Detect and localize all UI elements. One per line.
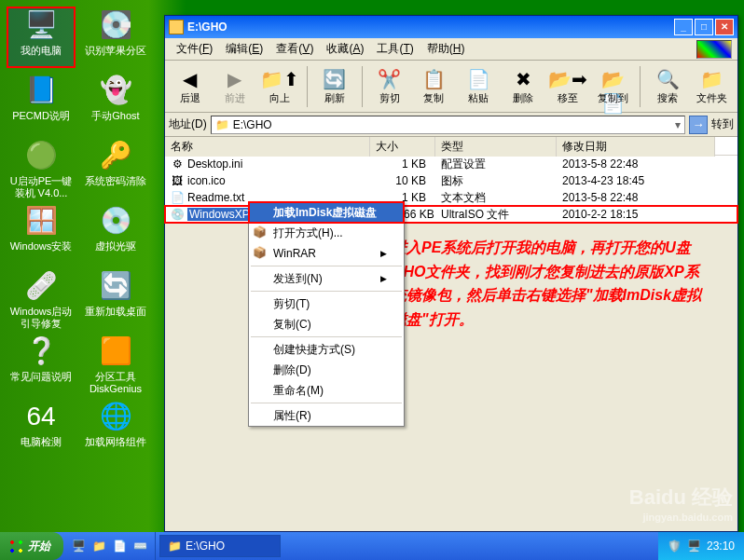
icon-label: PECMD说明 bbox=[12, 110, 70, 121]
desktop-icon-Windows安装[interactable]: 🪟Windows安装 bbox=[7, 203, 75, 263]
submenu-arrow-icon: ▶ bbox=[380, 274, 387, 283]
menu-E[interactable]: 编辑(E) bbox=[220, 39, 269, 59]
desktop-icon-常见问题说明[interactable]: ❔常见问题说明 bbox=[7, 334, 75, 393]
title-bar[interactable]: E:\GHO _ □ ✕ bbox=[165, 16, 737, 38]
desktop-icon-识别苹果分区[interactable]: 💽识别苹果分区 bbox=[82, 7, 149, 67]
go-button[interactable]: → bbox=[689, 116, 708, 134]
toolbar-移至[interactable]: 📂➡移至 bbox=[546, 63, 589, 110]
desktop-icon-系统密码清除[interactable]: 🔑系统密码清除 bbox=[82, 138, 149, 198]
toolbar-后退[interactable]: ◀后退 bbox=[169, 63, 212, 110]
icon-glyph: 📘 bbox=[21, 73, 62, 108]
file-icon: 🖼 bbox=[171, 174, 184, 187]
file-type: 配置设置 bbox=[435, 157, 557, 172]
tray-icon[interactable]: 🖥️ bbox=[687, 540, 701, 553]
menu-item-label: 打开方式(H)... bbox=[273, 225, 343, 241]
menu-item-label: WinRAR bbox=[273, 247, 316, 260]
context-item[interactable]: 重命名(M) bbox=[249, 380, 404, 401]
file-size: 10 KB bbox=[370, 174, 435, 187]
toolbar-复制[interactable]: 📋复制 bbox=[413, 63, 456, 110]
desktop-icon-我的电脑[interactable]: 🖥️我的电脑 bbox=[7, 7, 75, 67]
icon-glyph: 🔄 bbox=[95, 268, 136, 304]
address-label: 地址(D) bbox=[169, 116, 207, 132]
column-header[interactable]: 修改日期 bbox=[557, 137, 715, 157]
close-button[interactable]: ✕ bbox=[715, 19, 734, 35]
submenu-arrow-icon: ▶ bbox=[380, 249, 387, 258]
menu-V[interactable]: 查看(V) bbox=[270, 39, 319, 59]
column-header[interactable]: 大小 bbox=[370, 137, 435, 157]
desktop-icon-PECMD说明[interactable]: 📘PECMD说明 bbox=[7, 73, 75, 132]
context-item[interactable]: 创建快捷方式(S) bbox=[249, 339, 404, 360]
quick-launch-item[interactable]: 🖥️ bbox=[69, 537, 88, 555]
file-row[interactable]: ⚙Desktop.ini1 KB配置设置2013-5-8 22:48 bbox=[165, 156, 737, 172]
context-item[interactable]: 属性(R) bbox=[249, 405, 404, 426]
icon-glyph: 🟧 bbox=[95, 334, 136, 369]
menu-item-icon: 📦 bbox=[253, 246, 268, 261]
file-row[interactable]: 🖼icon.ico10 KB图标2013-4-23 18:45 bbox=[165, 172, 737, 189]
menu-T[interactable]: 工具(T) bbox=[371, 39, 419, 59]
file-icon: ⚙ bbox=[171, 157, 184, 171]
tray-icon[interactable]: 🛡️ bbox=[668, 540, 682, 553]
go-label: 转到 bbox=[711, 116, 734, 132]
context-item[interactable]: 复制(C) bbox=[249, 314, 404, 335]
icon-glyph: 🟢 bbox=[21, 138, 62, 173]
desktop-icon-重新加载桌面[interactable]: 🔄重新加载桌面 bbox=[82, 268, 149, 328]
start-button[interactable]: 开始 bbox=[0, 532, 63, 560]
file-type: 文本文档 bbox=[435, 190, 557, 206]
icon-label: 加载网络组件 bbox=[85, 436, 146, 447]
toolbar-搜索[interactable]: 🔍搜索 bbox=[646, 63, 689, 110]
icon-label: 常见问题说明 bbox=[10, 371, 72, 382]
icon-label: 电脑检测 bbox=[21, 436, 62, 447]
toolbar-文件夹[interactable]: 📁文件夹 bbox=[691, 63, 734, 110]
quick-launch-item[interactable]: ⌨️ bbox=[131, 537, 149, 555]
context-item[interactable]: 📦WinRAR▶ bbox=[249, 243, 404, 264]
menu-item-label: 发送到(N) bbox=[273, 271, 323, 287]
file-date: 2013-4-23 18:45 bbox=[557, 174, 715, 187]
context-item[interactable]: 📦打开方式(H)... bbox=[249, 223, 404, 243]
desktop-icon-虚拟光驱[interactable]: 💿虚拟光驱 bbox=[82, 203, 149, 263]
menu-F[interactable]: 文件(F) bbox=[171, 39, 218, 59]
menu-A[interactable]: 收藏(A) bbox=[321, 39, 369, 59]
menu-bar: 文件(F)编辑(E)查看(V)收藏(A)工具(T)帮助(H) bbox=[165, 38, 737, 61]
quick-launch-item[interactable]: 📄 bbox=[110, 537, 129, 555]
task-items: 📁E:\GHO bbox=[156, 535, 658, 557]
context-item[interactable]: 删除(D) bbox=[249, 360, 404, 380]
icon-label: 分区工具DiskGenius bbox=[90, 371, 142, 394]
toolbar-粘贴[interactable]: 📄粘贴 bbox=[457, 63, 500, 110]
context-item[interactable]: 剪切(T) bbox=[249, 294, 404, 314]
context-item[interactable]: 加载ImDisk虚拟磁盘 bbox=[249, 202, 404, 223]
menu-item-label: 剪切(T) bbox=[273, 296, 310, 312]
icon-glyph: 🪟 bbox=[21, 203, 62, 239]
taskbar-item[interactable]: 📁E:\GHO bbox=[159, 535, 281, 557]
toolbar-复制到[interactable]: 📂📄复制到 bbox=[591, 63, 634, 110]
desktop-icon-分区工具DiskGenius[interactable]: 🟧分区工具DiskGenius bbox=[82, 334, 149, 393]
file-name: Readme.txt bbox=[187, 191, 244, 204]
toolbar-刷新[interactable]: 🔄刷新 bbox=[313, 63, 356, 110]
column-header[interactable]: 类型 bbox=[435, 137, 557, 157]
toolbar-前进: ▶前进 bbox=[214, 63, 256, 110]
column-header[interactable]: 名称 bbox=[165, 137, 370, 157]
toolbar-删除[interactable]: ✖删除 bbox=[502, 63, 544, 110]
menu-item-label: 删除(D) bbox=[273, 362, 311, 378]
system-tray[interactable]: 🛡️ 🖥️ 23:10 bbox=[658, 532, 744, 560]
minimize-button[interactable]: _ bbox=[674, 19, 693, 35]
menu-item-label: 属性(R) bbox=[273, 408, 311, 424]
desktop-icon-Windows启动引导修复[interactable]: 🩹Windows启动引导修复 bbox=[7, 268, 75, 328]
file-size: 1 KB bbox=[370, 157, 435, 171]
toolbar-向上[interactable]: 📁⬆向上 bbox=[258, 63, 301, 110]
maximize-button[interactable]: □ bbox=[695, 19, 713, 35]
desktop-icon-加载网络组件[interactable]: 🌐加载网络组件 bbox=[82, 399, 149, 458]
icon-label: 虚拟光驱 bbox=[95, 240, 136, 252]
toolbar-剪切[interactable]: ✂️剪切 bbox=[368, 63, 411, 110]
file-icon: 📄 bbox=[171, 191, 184, 204]
desktop-icon-U启动PE一键装机 V4.0...[interactable]: 🟢U启动PE一键装机 V4.0... bbox=[7, 138, 75, 198]
dropdown-icon[interactable]: ▾ bbox=[675, 118, 681, 131]
icon-glyph: 👻 bbox=[95, 73, 136, 108]
quick-launch-item[interactable]: 📁 bbox=[90, 537, 108, 555]
context-item[interactable]: 发送到(N)▶ bbox=[249, 268, 404, 289]
desktop-icon-手动Ghost[interactable]: 👻手动Ghost bbox=[82, 73, 149, 132]
menu-item-label: 创建快捷方式(S) bbox=[273, 342, 355, 358]
column-headers: 名称大小类型修改日期 bbox=[165, 137, 737, 156]
menu-H[interactable]: 帮助(H) bbox=[421, 39, 471, 59]
address-field[interactable]: 📁 E:\GHO ▾ bbox=[211, 116, 685, 134]
desktop-icon-电脑检测[interactable]: 64电脑检测 bbox=[7, 399, 75, 458]
